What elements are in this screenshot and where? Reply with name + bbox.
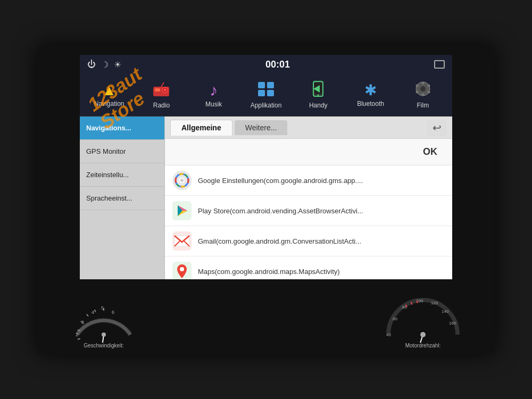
svg-text:160: 160 (449, 321, 456, 326)
rpm-area: 40 60 80 100 120 140 160 Motordrehzahl: (383, 289, 463, 348)
bluetooth-icon: ✱ (364, 83, 377, 98)
car-screen-wrapper: 123aut Store ⏻ ☽ ☀ 00:01 ▲ Navigation (37, 45, 495, 354)
svg-point-16 (421, 94, 424, 96)
ok-button[interactable]: OK (417, 144, 444, 160)
svg-text:3: 3 (81, 320, 84, 325)
nav-tabs: ▲ Navigation Radio ♪ M (80, 74, 452, 117)
svg-rect-7 (258, 90, 265, 96)
svg-text:40: 40 (386, 332, 391, 337)
speedometer-area: 2 3 4 5 6 Geschwindigkeit: (69, 289, 138, 348)
svg-text:140: 140 (442, 309, 449, 314)
svg-line-44 (78, 330, 80, 330)
maps-icon (172, 262, 192, 281)
svg-point-55 (102, 332, 106, 337)
screen: ⏻ ☽ ☀ 00:01 ▲ Navigation (80, 55, 452, 310)
back-button[interactable]: ↩ (427, 119, 447, 136)
tab-handy[interactable]: Handy (297, 79, 339, 111)
handy-label: Handy (309, 102, 328, 109)
svg-text:60: 60 (393, 317, 397, 321)
app-item-gmail[interactable]: Gmail(com.google.android.gm.Conversation… (165, 226, 452, 256)
speed-label: Geschwindigkeit: (84, 343, 124, 348)
navigation-label: Navigation (94, 100, 124, 107)
status-right (434, 60, 445, 69)
maps-name: Maps(com.google.android.maps.MapsActivit… (198, 268, 340, 276)
sidebar-item-navigations[interactable]: Navigations... (80, 117, 164, 140)
handy-icon (309, 81, 327, 99)
tab-applikation[interactable]: Applikation (245, 79, 287, 111)
tab-musik[interactable]: ♪ Musik (193, 80, 235, 110)
google-settings-icon (172, 171, 192, 190)
svg-point-3 (164, 89, 166, 91)
applikation-label: Applikation (251, 102, 282, 109)
svg-line-4 (161, 82, 164, 87)
tab-radio[interactable]: Radio (140, 79, 182, 111)
musik-label: Musik (205, 101, 222, 108)
svg-point-14 (420, 86, 426, 92)
bluetooth-label: Bluetooth (357, 100, 384, 107)
panel-tab-weitere[interactable]: Weitere... (235, 120, 288, 135)
svg-point-38 (180, 267, 184, 271)
app-item-play-store[interactable]: Play Store(com.android.vending.AssetBrow… (165, 196, 452, 226)
radio-icon (152, 81, 170, 99)
gmail-icon (172, 231, 192, 251)
svg-rect-1 (155, 88, 160, 92)
svg-point-11 (318, 95, 319, 96)
musik-icon: ♪ (210, 82, 218, 98)
svg-text:2: 2 (76, 332, 78, 337)
tab-film[interactable]: Film (402, 79, 444, 111)
film-label: Film (417, 102, 429, 109)
svg-point-15 (421, 82, 424, 85)
rpm-label: Motordrehzahl: (405, 343, 441, 348)
sidebar-item-spracheeinst[interactable]: Spracheeinst... (80, 187, 164, 210)
svg-line-46 (87, 314, 88, 317)
app-icon (257, 81, 275, 99)
svg-line-65 (417, 301, 418, 303)
svg-line-47 (95, 310, 96, 312)
tab-bluetooth[interactable]: ✱ Bluetooth (350, 81, 392, 110)
dashboard: 2 3 4 5 6 Geschwindigkeit: 40 60 80 100 … (37, 279, 495, 354)
app-item-google-settings[interactable]: Google Einstellungen(com.google.android.… (165, 165, 452, 196)
radio-label: Radio (153, 102, 170, 109)
panel-tab-allgemeine[interactable]: Allgemeine (170, 120, 232, 136)
window-icon[interactable] (434, 60, 445, 69)
svg-line-43 (78, 339, 80, 339)
svg-rect-6 (267, 82, 274, 88)
svg-text:120: 120 (431, 301, 438, 305)
speedometer-svg: 2 3 4 5 6 (69, 289, 138, 343)
svg-point-67 (420, 332, 426, 337)
power-icon[interactable]: ⏻ (87, 60, 96, 69)
svg-point-18 (427, 85, 430, 87)
google-settings-name: Google Einstellungen(com.google.android.… (198, 177, 363, 185)
svg-rect-8 (267, 90, 274, 96)
tab-navigation[interactable]: ▲ Navigation (88, 81, 130, 110)
svg-point-27 (180, 179, 184, 182)
svg-rect-5 (258, 82, 265, 88)
film-icon (414, 81, 432, 99)
brightness-icon[interactable]: ☀ (114, 60, 121, 70)
status-time: 00:01 (265, 59, 290, 70)
svg-text:4: 4 (92, 310, 94, 315)
status-bar: ⏻ ☽ ☀ 00:01 (80, 55, 452, 74)
svg-point-20 (427, 91, 430, 94)
play-store-name: Play Store(com.android.vending.AssetBrow… (198, 207, 363, 215)
ok-row: OK (165, 139, 452, 165)
navigation-icon: ▲ (102, 83, 117, 98)
status-icons: ⏻ ☽ ☀ (87, 60, 121, 70)
rpm-svg: 40 60 80 100 120 140 160 (383, 289, 463, 343)
gmail-name: Gmail(com.google.android.gm.Conversation… (198, 237, 361, 245)
svg-point-19 (415, 91, 418, 94)
sidebar-item-gps[interactable]: GPS Monitor (80, 140, 164, 163)
svg-text:5: 5 (101, 305, 104, 311)
svg-point-17 (415, 85, 418, 87)
svg-text:6: 6 (112, 310, 114, 315)
sidebar-item-zeiteinstellu[interactable]: Zeiteinstellu... (80, 163, 164, 187)
panel-tabs: Allgemeine Weitere... ↩ (165, 117, 452, 139)
moon-icon[interactable]: ☽ (101, 60, 109, 70)
play-store-icon (172, 201, 192, 220)
